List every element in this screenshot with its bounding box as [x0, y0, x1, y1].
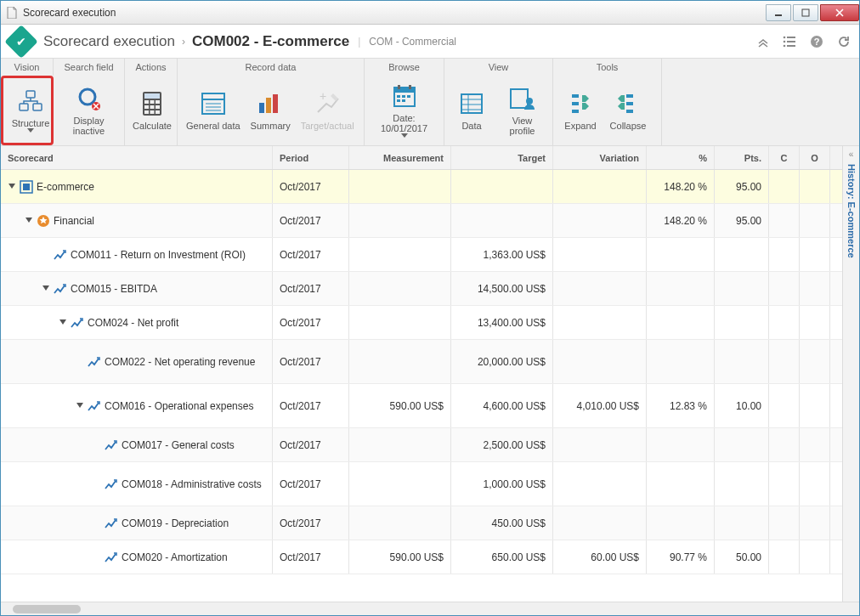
view-profile-button[interactable]: View profile	[495, 79, 549, 142]
chart-icon	[105, 438, 118, 452]
close-button[interactable]	[820, 4, 859, 21]
maximize-button[interactable]	[793, 4, 818, 21]
svg-rect-42	[407, 95, 410, 98]
list-icon[interactable]	[783, 36, 796, 48]
table-row[interactable]: COM011 - Return on Investment (ROI)Oct/2…	[1, 238, 842, 272]
cell-target: 650.00 US$	[451, 540, 553, 574]
scrollbar-thumb[interactable]	[13, 605, 81, 613]
table-row[interactable]: COM024 - Net profitOct/201713,400.00 US$	[1, 306, 842, 340]
document-icon	[6, 7, 18, 19]
svg-rect-55	[626, 94, 633, 98]
svg-rect-0	[775, 14, 782, 16]
col-measurement[interactable]: Measurement	[349, 146, 451, 169]
cell-measurement	[349, 272, 451, 305]
side-panel[interactable]: « History: E-commerce	[842, 146, 859, 602]
cell-pts	[715, 238, 769, 271]
expand-arrow-icon[interactable]	[8, 184, 16, 190]
table-row[interactable]: COM017 - General costsOct/20172,500.00 U…	[1, 428, 842, 462]
horizontal-scrollbar[interactable]	[1, 602, 859, 615]
expand-arrow-icon[interactable]	[76, 403, 84, 410]
col-target[interactable]: Target	[451, 146, 553, 169]
svg-rect-52	[572, 94, 579, 98]
ribbon-group-label: Tools	[553, 59, 662, 76]
ribbon-button-label: View profile	[501, 116, 544, 136]
table-row[interactable]: E-commerceOct/2017148.20 %95.00	[1, 170, 842, 204]
dropdown-caret-icon	[27, 128, 34, 133]
sidepanel-collapse-icon[interactable]: «	[849, 150, 854, 159]
display-inactive-button[interactable]: Display inactive	[57, 79, 121, 142]
table-row[interactable]: COM018 - Administrative costsOct/20171,0…	[1, 462, 842, 506]
cell-pct: 12.83 %	[647, 384, 715, 427]
scorecard-grid[interactable]: Scorecard Period Measurement Target Vari…	[1, 146, 842, 602]
cell-variation	[553, 238, 647, 271]
cell-c	[769, 384, 800, 427]
cell-pts	[715, 306, 769, 339]
data-button[interactable]: Data	[448, 79, 495, 142]
cell-o	[800, 340, 830, 383]
cell-period: Oct/2017	[273, 204, 349, 237]
expand-arrow-icon[interactable]	[42, 285, 50, 292]
general-data-button[interactable]: General data	[181, 79, 246, 142]
table-row[interactable]: COM020 - AmortizationOct/2017590.00 US$6…	[1, 540, 842, 574]
collapse-button[interactable]: Collapse	[604, 79, 652, 142]
minimize-button[interactable]	[766, 4, 791, 21]
node-label: COM011 - Return on Investment (ROI)	[71, 249, 265, 261]
col-scorecard[interactable]: Scorecard	[1, 146, 273, 169]
node-label: E-commerce	[37, 181, 265, 193]
col-o[interactable]: O	[800, 146, 830, 169]
col-period[interactable]: Period	[273, 146, 349, 169]
col-variation[interactable]: Variation	[553, 146, 647, 169]
structure-button[interactable]: Structure	[7, 82, 54, 139]
col-c[interactable]: C	[769, 146, 800, 169]
node-label: COM024 - Net profit	[88, 317, 265, 329]
breadcrumb-page: COM002 - E-commerce	[192, 33, 349, 50]
breadcrumb-app[interactable]: Scorecard execution	[43, 33, 175, 50]
col-pct[interactable]: %	[647, 146, 715, 169]
structure-icon	[17, 88, 44, 115]
expand-button[interactable]: Expand	[557, 79, 604, 142]
cell-period: Oct/2017	[273, 540, 349, 574]
cell-pts	[715, 462, 769, 506]
cell-variation	[553, 306, 647, 339]
svg-rect-24	[144, 110, 149, 114]
ribbon-button-label: Data	[461, 121, 481, 131]
cell-pct	[647, 506, 715, 540]
collapse-up-icon[interactable]	[757, 36, 769, 48]
cell-pct: 148.20 %	[647, 170, 715, 203]
node-label: COM019 - Depreciation	[122, 517, 265, 529]
calculate-icon	[139, 90, 166, 117]
expand-arrow-icon[interactable]	[59, 319, 67, 326]
summary-button[interactable]: Summary	[246, 79, 296, 142]
table-row[interactable]: COM015 - EBITDAOct/201714,500.00 US$	[1, 272, 842, 306]
cell-period: Oct/2017	[273, 340, 349, 383]
svg-rect-19	[150, 100, 155, 104]
cell-o	[800, 272, 830, 305]
cell-o	[800, 506, 830, 540]
cell-pct	[647, 462, 715, 506]
cell-period: Oct/2017	[273, 306, 349, 339]
table-row[interactable]: COM019 - DepreciationOct/2017450.00 US$	[1, 506, 842, 540]
svg-rect-34	[273, 94, 278, 113]
refresh-icon[interactable]	[837, 35, 851, 48]
table-row[interactable]: FinancialOct/2017148.20 %95.00	[1, 204, 842, 238]
date-button[interactable]: Date: 10/01/2017	[368, 79, 440, 142]
cell-measurement	[349, 306, 451, 339]
chart-icon	[105, 551, 118, 564]
col-pts[interactable]: Pts.	[715, 146, 769, 169]
cell-pts	[715, 272, 769, 305]
svg-rect-44	[402, 99, 405, 102]
cell-o	[800, 428, 830, 461]
ribbon-button-label: Target/actual	[301, 121, 354, 131]
sidepanel-label[interactable]: History: E-commerce	[846, 164, 857, 258]
cell-period: Oct/2017	[273, 506, 349, 540]
table-row[interactable]: COM016 - Operational expensesOct/2017590…	[1, 384, 842, 428]
chart-icon	[105, 517, 118, 530]
svg-rect-18	[144, 100, 149, 104]
expand-arrow-icon[interactable]	[25, 218, 33, 224]
display-inactive-icon	[76, 85, 103, 112]
ribbon: VisionSearch fieldActionsRecord dataBrow…	[1, 59, 859, 146]
svg-rect-32	[259, 103, 264, 113]
help-icon[interactable]: ?	[810, 35, 823, 48]
calculate-button[interactable]: Calculate	[128, 79, 176, 142]
table-row[interactable]: COM022 - Net operating revenueOct/201720…	[1, 340, 842, 384]
